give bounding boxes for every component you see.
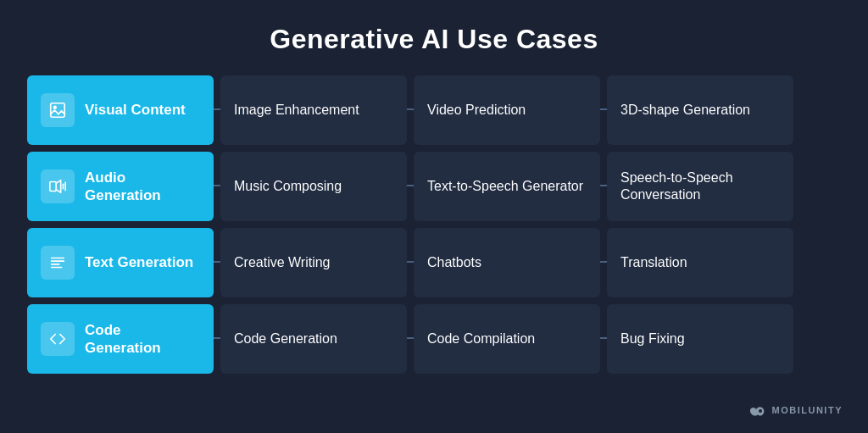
svg-point-9 bbox=[759, 409, 762, 413]
svg-point-1 bbox=[53, 106, 56, 108]
dark-cell-0-2: 3D-shape Generation bbox=[607, 75, 793, 145]
highlight-label-2: Text Generation bbox=[85, 253, 193, 271]
brand-name: MOBILUNITY bbox=[772, 405, 843, 415]
dark-cell-0-0: Image Enhancement bbox=[220, 75, 407, 145]
highlight-cell-0: Visual Content bbox=[27, 75, 214, 145]
cell-label-0-2: 3D-shape Generation bbox=[620, 102, 750, 119]
dark-cell-2-0: Creative Writing bbox=[220, 228, 407, 297]
svg-rect-0 bbox=[51, 103, 65, 118]
text-icon bbox=[41, 246, 75, 280]
cell-label-1-2: Speech-to-Speech Conversation bbox=[620, 169, 780, 203]
main-grid: Visual ContentImage EnhancementVideo Pre… bbox=[27, 75, 841, 374]
audio-icon bbox=[41, 169, 75, 203]
cell-label-3-2: Bug Fixing bbox=[620, 330, 685, 347]
cell-label-3-1: Code Compilation bbox=[427, 330, 535, 347]
highlight-cell-3: Code Generation bbox=[27, 304, 214, 374]
cell-label-1-1: Text-to-Speech Generator bbox=[427, 178, 583, 195]
brand-logo-icon bbox=[748, 402, 767, 418]
cell-label-0-0: Image Enhancement bbox=[234, 102, 359, 119]
dark-cell-3-0: Code Generation bbox=[220, 304, 407, 374]
dark-cell-3-2: Bug Fixing bbox=[607, 304, 793, 374]
brand-watermark: MOBILUNITY bbox=[748, 402, 843, 418]
dark-cell-1-0: Music Composing bbox=[220, 152, 407, 221]
dark-cell-1-1: Text-to-Speech Generator bbox=[414, 152, 600, 221]
cell-label-2-2: Translation bbox=[620, 254, 687, 271]
dark-cell-1-2: Speech-to-Speech Conversation bbox=[607, 152, 793, 221]
code-icon bbox=[41, 322, 75, 356]
highlight-cell-2: Text Generation bbox=[27, 228, 214, 297]
cell-label-1-0: Music Composing bbox=[234, 178, 342, 195]
image-icon bbox=[41, 93, 75, 127]
dark-cell-0-1: Video Prediction bbox=[414, 75, 600, 145]
dark-cell-2-1: Chatbots bbox=[414, 228, 600, 297]
highlight-label-1: Audio Generation bbox=[85, 169, 200, 205]
cell-label-2-0: Creative Writing bbox=[234, 254, 331, 271]
highlight-label-0: Visual Content bbox=[85, 101, 186, 119]
highlight-label-3: Code Generation bbox=[85, 321, 200, 358]
cell-label-2-1: Chatbots bbox=[427, 254, 481, 271]
page-title: Generative AI Use Cases bbox=[270, 24, 598, 55]
dark-cell-3-1: Code Compilation bbox=[414, 304, 600, 374]
dark-cell-2-2: Translation bbox=[607, 228, 793, 297]
svg-rect-2 bbox=[50, 182, 56, 192]
highlight-cell-1: Audio Generation bbox=[27, 152, 214, 221]
cell-label-0-1: Video Prediction bbox=[427, 102, 526, 119]
cell-label-3-0: Code Generation bbox=[234, 330, 337, 347]
